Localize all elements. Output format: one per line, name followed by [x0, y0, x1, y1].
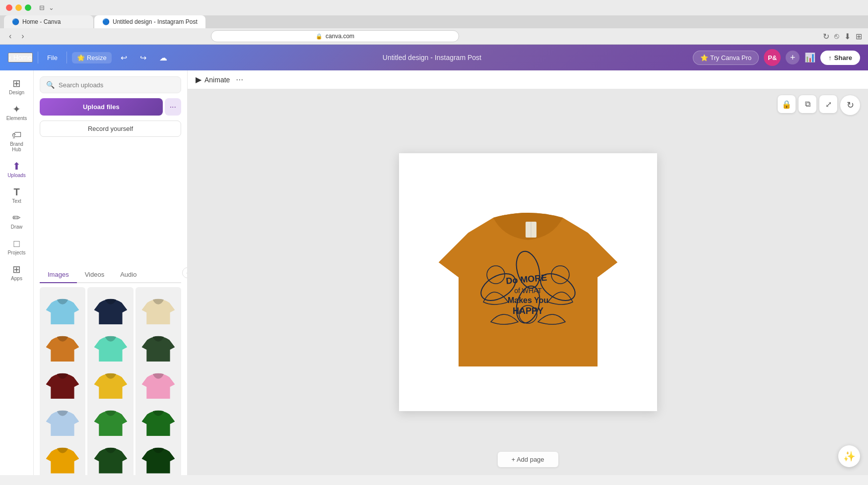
topbar-divider2 — [67, 52, 67, 63]
sidebar-item-design[interactable]: ⊞ Design — [2, 74, 31, 99]
sidebar-item-text[interactable]: T Text — [2, 183, 31, 208]
upload-files-button[interactable]: Upload files — [40, 98, 163, 116]
share-label: Share — [834, 54, 852, 61]
home-label: Home — [13, 54, 32, 61]
app-container: ‹ Home File 🌟 Resize ↩ ↪ ☁ Untitled desi… — [0, 45, 868, 475]
sidebar-label-uploads: Uploads — [7, 173, 26, 178]
tab-grid-icon[interactable]: ⊞ — [856, 32, 862, 41]
emoji-icon: 🌟 — [77, 54, 85, 61]
draw-icon: ✏ — [12, 213, 21, 223]
add-page-button[interactable]: + Add page — [497, 452, 558, 467]
sidebar-label-text: Text — [12, 198, 21, 204]
apps-icon: ⊞ — [12, 264, 21, 274]
collapse-panel-button[interactable]: ‹ — [182, 267, 188, 278]
download-icon[interactable]: ⬇ — [844, 32, 851, 41]
sidebar-label-apps: Apps — [11, 276, 22, 281]
more-options-button[interactable]: ··· — [236, 74, 243, 85]
lock-button[interactable]: 🔒 — [778, 95, 796, 113]
sidebar-label-brand-hub: Brand Hub — [5, 141, 28, 152]
tab-audio[interactable]: Audio — [112, 267, 144, 283]
refresh-button[interactable]: ↻ — [840, 95, 860, 115]
topbar-divider — [38, 52, 38, 63]
try-pro-button[interactable]: ⭐ Try Canva Pro — [693, 51, 759, 65]
sidebar-item-draw[interactable]: ✏ Draw — [2, 209, 31, 234]
browser-chrome: ⊟ ⌄ 🔵 Home - Canva 🔵 Untitled design - I… — [0, 0, 868, 45]
minimize-btn[interactable] — [15, 4, 22, 11]
sidebar-item-projects[interactable]: □ Projects — [2, 235, 31, 259]
redo-button[interactable]: ↪ — [136, 51, 150, 64]
analytics-icon[interactable]: 📊 — [804, 52, 815, 63]
animate-label: Animate — [204, 76, 230, 84]
record-yourself-button[interactable]: Record yourself — [40, 121, 181, 137]
record-label: Record yourself — [88, 125, 133, 132]
sidebar-label-projects: Projects — [7, 250, 25, 255]
sidebar-item-elements[interactable]: ✦ Elements — [2, 100, 31, 125]
undo-button[interactable]: ↩ — [117, 51, 131, 64]
tab-images[interactable]: Images — [40, 267, 77, 283]
canvas-frame: Do MORE of WHAT Makes You HAPPY — [399, 153, 657, 411]
topbar-right: ⭐ Try Canva Pro P& + 📊 ↑ Share — [693, 49, 860, 66]
browser-actions: ↻ ⎋ ⬇ ⊞ — [823, 32, 862, 41]
sidebar-item-brand-hub[interactable]: 🏷 Brand Hub — [2, 126, 31, 156]
tab-label2: Untitled design - Instagram Post — [113, 18, 198, 25]
traffic-lights — [6, 4, 31, 11]
cloud-save-button[interactable]: ☁ — [155, 51, 171, 64]
canvas-area: ▶ Animate ··· 🔒 ⧉ ⤢ ↻ — [188, 70, 868, 475]
tshirt-thumbnail-15[interactable] — [135, 436, 181, 475]
elements-icon: ✦ — [12, 104, 21, 114]
sidebar-label-design: Design — [9, 90, 24, 95]
sidebar-item-uploads[interactable]: ⬆ Uploads — [2, 157, 31, 182]
upload-files-label: Upload files — [48, 103, 155, 111]
search-input[interactable] — [59, 81, 175, 89]
share-button[interactable]: ↑ Share — [820, 51, 860, 65]
star-icon: ⭐ — [700, 54, 708, 61]
tab-label: Home - Canva — [22, 18, 61, 25]
magic-button[interactable]: ✨ — [838, 445, 860, 467]
svg-text:HAPPY: HAPPY — [512, 306, 543, 316]
expand-button[interactable]: ⤢ — [819, 95, 837, 113]
lock-icon: 🔒 — [316, 33, 323, 40]
topbar-left: ‹ Home File 🌟 Resize ↩ ↪ ☁ — [8, 51, 171, 64]
fullscreen-btn[interactable] — [25, 4, 31, 11]
sidebar-item-apps[interactable]: ⊞ Apps — [2, 260, 31, 285]
add-page-label: + Add page — [511, 456, 544, 463]
panel-tabs: Images Videos Audio — [40, 267, 181, 283]
share-icon: ↑ — [828, 54, 832, 61]
search-bar[interactable]: 🔍 — [40, 76, 181, 93]
upload-panel: 🔍 Upload files ··· Record yourself — [34, 70, 188, 475]
svg-text:of WHAT: of WHAT — [514, 287, 542, 295]
tshirt-thumbnail-14[interactable] — [87, 436, 133, 475]
close-btn[interactable] — [6, 4, 12, 11]
url-text: canva.com — [326, 33, 354, 40]
plus-button[interactable]: + — [786, 51, 800, 64]
address-bar[interactable]: 🔒 canva.com — [211, 30, 459, 42]
tab-videos[interactable]: Videos — [77, 267, 113, 283]
topbar-center: Untitled design - Instagram Post — [177, 54, 687, 61]
tab-icon2: 🔵 — [102, 18, 110, 25]
home-button[interactable]: ‹ Home — [8, 53, 33, 62]
forward-btn[interactable]: › — [18, 31, 27, 42]
sidebar-label-elements: Elements — [6, 116, 27, 121]
animate-button[interactable]: ▶ Animate — [196, 75, 230, 84]
browser-tab-home[interactable]: 🔵 Home - Canva — [4, 15, 93, 28]
resize-button[interactable]: 🌟 Resize — [72, 52, 112, 63]
app-topbar: ‹ Home File 🌟 Resize ↩ ↪ ☁ Untitled desi… — [0, 45, 868, 70]
file-button[interactable]: File — [43, 52, 62, 63]
back-btn[interactable]: ‹ — [6, 31, 14, 42]
upload-more-options-button[interactable]: ··· — [165, 98, 181, 116]
browser-tab-design[interactable]: 🔵 Untitled design - Instagram Post — [94, 15, 205, 28]
projects-icon: □ — [13, 239, 19, 248]
sidebar-toggle-icon[interactable]: ⊟ — [39, 4, 45, 11]
sidebar-toggle-icon2[interactable]: ⌄ — [49, 4, 54, 11]
main-content: ⊞ Design ✦ Elements 🏷 Brand Hub ⬆ Upload… — [0, 70, 868, 475]
avatar-button[interactable]: P& — [764, 49, 781, 66]
duplicate-button[interactable]: ⧉ — [799, 95, 816, 113]
canvas-top-tools: 🔒 ⧉ ⤢ ↻ — [778, 95, 860, 115]
bookmark-icon[interactable]: ⎋ — [834, 32, 839, 41]
tshirt-thumbnail-13[interactable] — [40, 436, 85, 475]
image-grid — [34, 283, 187, 476]
sidebar-icons: ⊞ Design ✦ Elements 🏷 Brand Hub ⬆ Upload… — [0, 70, 34, 475]
reload-icon[interactable]: ↻ — [823, 32, 829, 41]
upload-row: Upload files ··· — [40, 98, 181, 116]
file-label: File — [47, 54, 58, 61]
